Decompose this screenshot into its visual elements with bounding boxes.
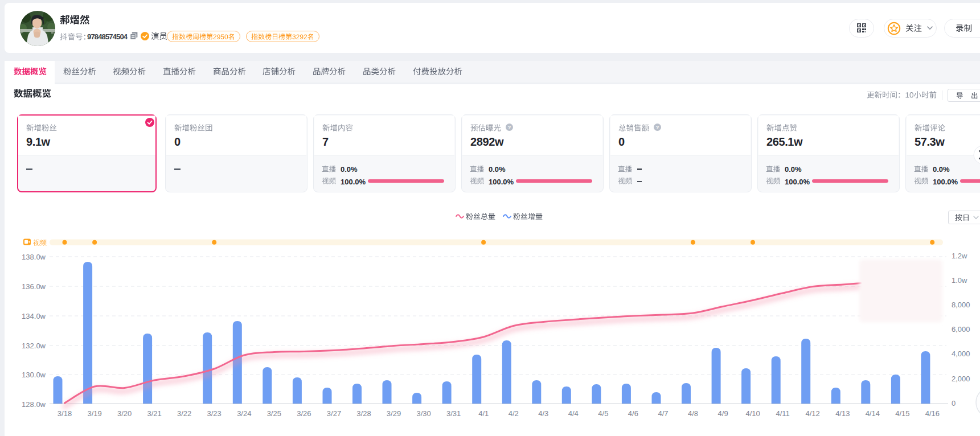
svg-text:3/20: 3/20 xyxy=(117,409,132,418)
svg-text:4/5: 4/5 xyxy=(598,409,608,418)
svg-text:3/24: 3/24 xyxy=(237,409,251,418)
svg-text:4/16: 4/16 xyxy=(925,409,940,418)
svg-text:8,000: 8,000 xyxy=(952,301,970,309)
svg-text:138.0w: 138.0w xyxy=(22,253,46,261)
svg-text:130.0w: 130.0w xyxy=(22,371,46,379)
svg-text:4/12: 4/12 xyxy=(806,409,820,418)
svg-text:132.0w: 132.0w xyxy=(22,342,46,350)
svg-text:3/29: 3/29 xyxy=(387,409,401,418)
svg-text:3/23: 3/23 xyxy=(207,409,222,418)
svg-text:4/1: 4/1 xyxy=(478,409,489,418)
svg-text:0: 0 xyxy=(952,399,956,408)
svg-text:3/27: 3/27 xyxy=(327,409,341,418)
svg-text:3/22: 3/22 xyxy=(177,409,191,418)
svg-text:6,000: 6,000 xyxy=(952,325,970,334)
svg-text:4/6: 4/6 xyxy=(628,409,638,418)
svg-text:3/25: 3/25 xyxy=(267,409,281,418)
svg-text:4/3: 4/3 xyxy=(538,409,548,418)
svg-text:136.0w: 136.0w xyxy=(22,282,46,291)
svg-text:4/4: 4/4 xyxy=(568,409,579,418)
svg-text:1.2w: 1.2w xyxy=(952,252,967,260)
svg-text:4,000: 4,000 xyxy=(952,349,970,358)
svg-text:128.0w: 128.0w xyxy=(22,400,46,409)
svg-text:4/2: 4/2 xyxy=(509,409,519,418)
svg-text:3/18: 3/18 xyxy=(58,409,72,418)
svg-text:4/9: 4/9 xyxy=(718,409,728,418)
svg-text:4/15: 4/15 xyxy=(895,409,909,418)
svg-text:3/30: 3/30 xyxy=(416,409,430,418)
svg-text:?: ? xyxy=(508,124,511,130)
svg-text:4/10: 4/10 xyxy=(745,409,760,418)
svg-text:2,000: 2,000 xyxy=(952,375,970,383)
svg-text:4/11: 4/11 xyxy=(776,409,790,418)
svg-text:4/7: 4/7 xyxy=(658,409,668,418)
svg-text:3/28: 3/28 xyxy=(356,409,371,418)
svg-text:?: ? xyxy=(656,124,659,130)
svg-text:4/13: 4/13 xyxy=(835,409,850,418)
svg-text:134.0w: 134.0w xyxy=(22,312,46,320)
svg-text:1.0w: 1.0w xyxy=(952,276,967,285)
svg-text:3/21: 3/21 xyxy=(147,409,161,418)
svg-text:4/8: 4/8 xyxy=(688,409,698,418)
svg-text:3/31: 3/31 xyxy=(446,409,461,418)
svg-text:4/14: 4/14 xyxy=(866,409,880,418)
svg-text:3/26: 3/26 xyxy=(297,409,311,418)
svg-text:3/19: 3/19 xyxy=(87,409,101,418)
